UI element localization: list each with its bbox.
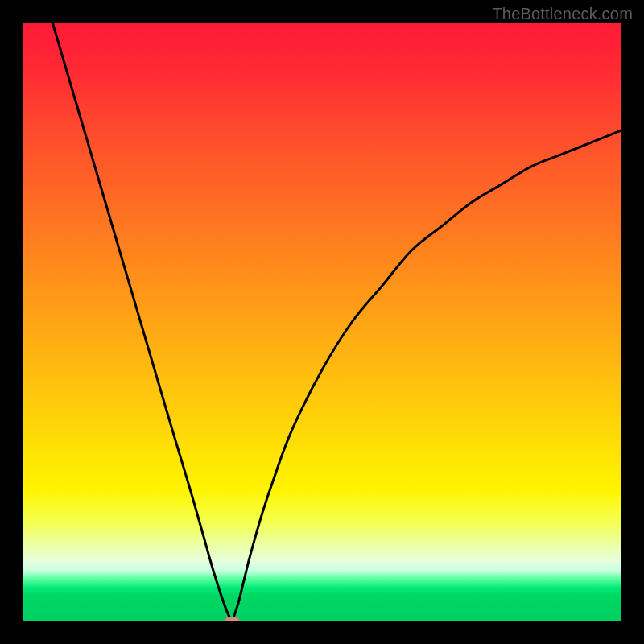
watermark-text: TheBottleneck.com xyxy=(492,5,633,23)
minimum-marker xyxy=(225,617,239,621)
chart-frame: TheBottleneck.com xyxy=(0,0,644,644)
curve-layer xyxy=(23,23,621,621)
bottleneck-curve xyxy=(52,23,621,621)
plot-area xyxy=(23,23,621,621)
